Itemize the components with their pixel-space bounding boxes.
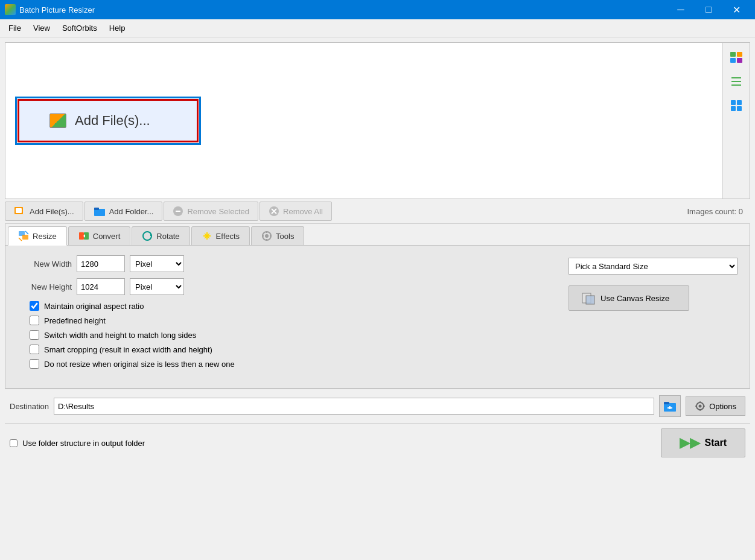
tab-resize[interactable]: Resize [8,226,67,246]
add-folder-label: Add Folder... [109,207,154,216]
add-files-button[interactable]: Add File(s)... [5,202,83,221]
switch-width-height-checkbox[interactable] [30,330,39,340]
width-unit-select[interactable]: Pixel Percent [130,255,184,272]
menu-file[interactable]: File [2,21,27,35]
thumbnail-icon [730,51,743,63]
add-files-big-icon [49,113,66,128]
svg-rect-16 [176,211,180,212]
svg-rect-36 [266,239,267,241]
new-width-label: New Width [18,259,72,269]
canvas-resize-button[interactable]: Use Canvas Resize [569,285,689,311]
file-area-wrapper: Add File(s)... [5,42,750,199]
height-input[interactable] [77,278,125,295]
options-gear-icon [695,401,706,412]
width-row: New Width Pixel Percent [18,255,564,272]
remove-all-label: Remove All [283,207,323,216]
add-files-big-button[interactable]: Add File(s)... [18,99,199,142]
svg-rect-21 [22,235,28,240]
svg-rect-48 [699,409,701,411]
svg-rect-24 [79,232,84,240]
svg-rect-10 [737,106,742,111]
maintain-aspect-checkbox[interactable] [30,301,39,311]
svg-rect-9 [731,106,736,111]
svg-rect-40 [586,296,594,304]
svg-rect-6 [731,84,741,86]
options-button[interactable]: Options [686,396,745,416]
tab-convert-label: Convert [93,232,121,241]
start-arrow-icon: ▶▶ [680,435,700,451]
add-files-label: Add File(s)... [30,207,74,216]
svg-rect-14 [94,208,99,210]
images-count: Images count: 0 [687,207,751,216]
folder-structure-row: Use folder structure in output folder [10,439,145,448]
height-unit-select[interactable]: Pixel Percent [130,278,184,295]
width-input[interactable] [77,255,125,272]
effects-tab-icon [202,231,212,241]
view-thumbnail-button[interactable] [725,46,747,68]
do-not-resize-label: Do not resize when original size is less… [44,360,235,369]
add-files-big-label: Add File(s)... [75,113,150,129]
predefined-height-row: Predefined height [30,316,564,325]
smart-cropping-row: Smart cropping (result in exact width an… [30,345,564,354]
add-folder-button[interactable]: Add Folder... [84,202,163,221]
predefined-height-checkbox[interactable] [30,316,39,325]
maintain-aspect-row: Maintain original aspect ratio [30,301,564,311]
svg-rect-47 [699,401,701,403]
start-label: Start [705,438,727,448]
resize-content: New Width Pixel Percent New Height Pixel [5,246,750,383]
new-height-label: New Height [18,282,72,291]
maximize-button[interactable]: □ [695,0,722,19]
destination-browse-button[interactable] [659,395,681,417]
menu-softorbits[interactable]: SoftOrbits [56,21,103,35]
tab-tools[interactable]: Tools [251,226,304,245]
svg-rect-49 [695,406,697,407]
svg-rect-42 [664,402,669,404]
start-button[interactable]: ▶▶ Start [661,428,745,457]
smart-cropping-label: Smart cropping (result in exact width an… [44,345,212,354]
folder-structure-label: Use folder structure in output folder [22,439,145,448]
options-label: Options [709,402,736,411]
destination-bar: Destination Options [5,389,750,423]
tab-convert[interactable]: Convert [68,226,131,245]
svg-point-34 [265,234,269,238]
view-list-button[interactable] [725,71,747,92]
svg-rect-4 [731,77,741,78]
remove-selected-icon [173,206,183,217]
remove-all-icon [269,206,279,217]
do-not-resize-checkbox[interactable] [30,359,39,369]
svg-rect-5 [731,81,741,82]
remove-selected-label: Remove Selected [187,207,249,216]
svg-point-27 [143,232,151,240]
tab-panel: Resize Convert Rotate [5,224,750,389]
svg-line-22 [25,231,28,234]
destination-label: Destination [10,402,49,411]
standard-size-select[interactable]: Pick a Standard Size [569,258,737,275]
svg-rect-12 [16,208,22,213]
do-not-resize-row: Do not resize when original size is less… [30,359,564,369]
main-content: Add File(s)... [0,37,755,560]
minimize-button[interactable]: ─ [667,0,695,19]
folder-structure-checkbox[interactable] [10,439,18,447]
resize-right: Pick a Standard Size Use Canvas Resize [569,255,737,311]
destination-input[interactable] [54,398,654,415]
svg-rect-8 [737,100,742,105]
close-button[interactable]: ✕ [722,0,750,19]
svg-rect-1 [737,52,742,57]
tab-effects[interactable]: Effects [191,226,250,245]
tab-rotate-label: Rotate [156,232,179,241]
convert-tab-icon [78,231,89,241]
smart-cropping-checkbox[interactable] [30,345,39,354]
svg-rect-2 [730,58,736,63]
menu-bar: File View SoftOrbits Help [0,19,755,37]
svg-rect-7 [731,100,736,105]
tab-tools-label: Tools [276,232,294,241]
folder-browse-icon [663,399,677,413]
remove-selected-button[interactable]: Remove Selected [164,202,258,221]
add-folder-icon [94,206,106,217]
view-grid-button[interactable] [725,95,747,116]
menu-view[interactable]: View [27,21,56,35]
tab-rotate[interactable]: Rotate [132,226,190,245]
remove-all-button[interactable]: Remove All [260,202,332,221]
menu-help[interactable]: Help [103,21,132,35]
window-controls: ─ □ ✕ [667,0,750,19]
